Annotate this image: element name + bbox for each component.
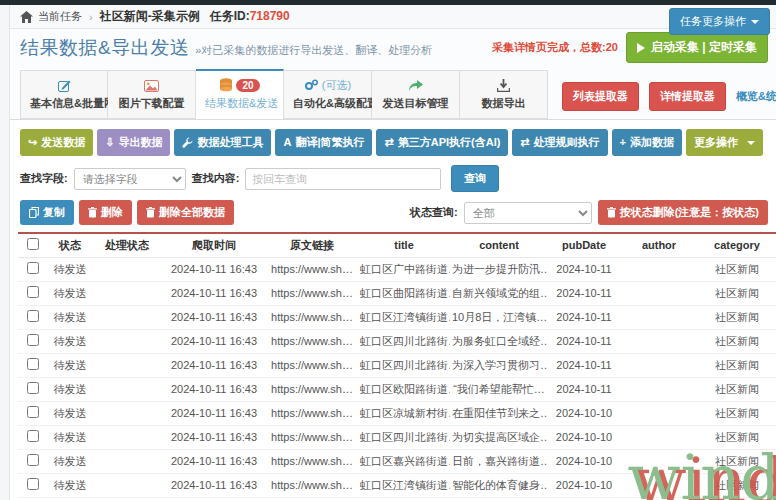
row-checkbox[interactable] bbox=[27, 310, 39, 322]
author-cell bbox=[620, 449, 698, 473]
search-field-select[interactable]: 请选择字段 bbox=[74, 168, 186, 190]
source-link-cell[interactable]: https://www.sh… bbox=[266, 401, 358, 425]
crawl-time-cell: 2024-10-11 16:43 bbox=[162, 473, 266, 497]
translate-button[interactable]: A翻译|简繁执行 bbox=[275, 129, 372, 156]
export-data-button[interactable]: ⇩导出数据 bbox=[97, 129, 170, 156]
toolbar: ↪发送数据 ⇩导出数据 数据处理工具 A翻译|简繁执行 ⇄第三方API执行(含A… bbox=[0, 120, 776, 156]
task-more-operations-button[interactable]: 任务更多操作 bbox=[669, 8, 770, 35]
content-cell: 为服务虹口全域经… bbox=[450, 329, 548, 353]
search-input[interactable] bbox=[245, 168, 441, 190]
list-extractor-button[interactable]: 列表提取器 bbox=[562, 82, 639, 111]
row-checkbox[interactable] bbox=[27, 382, 39, 394]
row-checkbox[interactable] bbox=[27, 262, 39, 274]
table-row[interactable]: 待发送 2024-10-11 16:43 https://www.sh… 虹口区… bbox=[18, 401, 776, 425]
pubdate-cell: 2024-10-10 bbox=[548, 473, 620, 497]
tab-automation-advanced[interactable]: (可选) 自动化&高级配置 bbox=[284, 70, 372, 119]
title-cell: 虹口区江湾镇街道… bbox=[358, 473, 450, 497]
task-name: 社区新闻-采集示例 bbox=[100, 8, 200, 25]
query-button[interactable]: 查询 bbox=[451, 165, 499, 192]
crawl-time-cell: 2024-10-11 16:43 bbox=[162, 425, 266, 449]
table-row[interactable]: 待发送 2024-10-11 16:43 https://www.sh… 虹口区… bbox=[18, 473, 776, 497]
table-row[interactable]: 待发送 2024-10-11 16:43 https://www.sh… 虹口区… bbox=[18, 353, 776, 377]
data-process-tool-button[interactable]: 数据处理工具 bbox=[174, 129, 271, 156]
detail-extractor-button[interactable]: 详情提取器 bbox=[649, 82, 726, 111]
row-checkbox[interactable] bbox=[27, 454, 39, 466]
wrench-icon bbox=[182, 137, 193, 148]
table-row[interactable]: 待发送 2024-10-11 16:43 https://www.sh… 虹口区… bbox=[18, 449, 776, 473]
table-row[interactable]: 待发送 2024-10-11 16:43 https://www.sh… 虹口区… bbox=[18, 425, 776, 449]
column-header: author bbox=[620, 233, 698, 257]
breadcrumb-label: 当前任务 bbox=[38, 9, 82, 24]
row-checkbox[interactable] bbox=[27, 406, 39, 418]
author-cell bbox=[620, 425, 698, 449]
send-data-button[interactable]: ↪发送数据 bbox=[20, 129, 93, 156]
source-link-cell[interactable]: https://www.sh… bbox=[266, 425, 358, 449]
source-link-cell[interactable]: https://www.sh… bbox=[266, 473, 358, 497]
content-panel: ↪发送数据 ⇩导出数据 数据处理工具 A翻译|简繁执行 ⇄第三方API执行(含A… bbox=[0, 120, 776, 500]
page-title: 结果数据&导出发送 bbox=[20, 35, 189, 61]
more-operations-button[interactable]: 更多操作 bbox=[686, 129, 763, 156]
source-link-cell[interactable]: https://www.sh… bbox=[266, 377, 358, 401]
database-icon bbox=[219, 78, 233, 93]
breadcrumb-separator: › bbox=[89, 11, 93, 23]
select-all-header bbox=[18, 233, 48, 257]
crawl-time-cell: 2024-10-11 16:43 bbox=[162, 353, 266, 377]
source-link-cell[interactable]: https://www.sh… bbox=[266, 329, 358, 353]
column-header: 处理状态 bbox=[92, 233, 162, 257]
delete-all-button[interactable]: 删除全部数据 bbox=[137, 200, 234, 225]
row-checkbox[interactable] bbox=[27, 478, 39, 490]
table-row[interactable]: 待发送 2024-10-11 16:43 https://www.sh… 虹口区… bbox=[18, 305, 776, 329]
copy-button[interactable]: 复制 bbox=[20, 200, 74, 225]
process-rule-button[interactable]: ⇄处理规则执行 bbox=[512, 129, 607, 156]
content-cell: 10月8日，江湾镇… bbox=[450, 305, 548, 329]
home-icon[interactable] bbox=[20, 11, 33, 23]
source-link-cell[interactable]: https://www.sh… bbox=[266, 305, 358, 329]
column-header: content bbox=[450, 233, 548, 257]
title-cell: 虹口区广中路街道… bbox=[358, 257, 450, 281]
delete-button[interactable]: 删除 bbox=[79, 200, 132, 225]
source-link-cell[interactable]: https://www.sh… bbox=[266, 449, 358, 473]
source-link-cell[interactable]: https://www.sh… bbox=[266, 257, 358, 281]
overview-stats-link[interactable]: 概览&统计 bbox=[736, 89, 776, 104]
tab-image-download[interactable]: 图片下载配置 bbox=[108, 70, 196, 119]
row-checkbox[interactable] bbox=[27, 430, 39, 442]
pubdate-cell: 2024-10-11 bbox=[548, 305, 620, 329]
content-cell: “我们希望能帮忙… bbox=[450, 377, 548, 401]
source-link-cell[interactable]: https://www.sh… bbox=[266, 353, 358, 377]
status-cell: 待发送 bbox=[48, 257, 92, 281]
trash-icon bbox=[146, 207, 155, 218]
status-cell: 待发送 bbox=[48, 329, 92, 353]
third-party-api-button[interactable]: ⇄第三方API执行(含AI) bbox=[376, 129, 508, 156]
table-row[interactable]: 待发送 2024-10-11 16:43 https://www.sh… 虹口区… bbox=[18, 281, 776, 305]
table-body: 待发送 2024-10-11 16:43 https://www.sh… 虹口区… bbox=[18, 257, 776, 497]
tab-data-export[interactable]: 数据导出 bbox=[460, 70, 548, 119]
send-arrow-icon: ↪ bbox=[28, 137, 37, 148]
process-status-cell bbox=[92, 353, 162, 377]
table-row[interactable]: 待发送 2024-10-11 16:43 https://www.sh… 虹口区… bbox=[18, 257, 776, 281]
tab-send-target[interactable]: 发送目标管理 bbox=[372, 70, 460, 119]
table-header-row: 状态处理状态爬取时间原文链接titlecontentpubDateauthorc… bbox=[18, 233, 776, 257]
author-cell bbox=[620, 257, 698, 281]
status-select[interactable]: 全部 bbox=[464, 202, 592, 224]
select-all-checkbox[interactable] bbox=[27, 238, 39, 250]
crawl-time-cell: 2024-10-11 16:43 bbox=[162, 329, 266, 353]
tab-basic-info[interactable]: 基本信息&批量网址 bbox=[20, 70, 108, 119]
source-link-cell[interactable]: https://www.sh… bbox=[266, 281, 358, 305]
status-cell: 待发送 bbox=[48, 425, 92, 449]
collect-status-text: 采集详情页完成，总数:20 bbox=[492, 40, 618, 55]
trash-icon bbox=[607, 207, 616, 218]
tab-result-data[interactable]: 20 结果数据&发送 bbox=[196, 69, 284, 120]
process-status-cell bbox=[92, 329, 162, 353]
author-cell bbox=[620, 353, 698, 377]
content-cell: 日前，嘉兴路街道… bbox=[450, 449, 548, 473]
pubdate-cell: 2024-10-11 bbox=[548, 281, 620, 305]
table-row[interactable]: 待发送 2024-10-11 16:43 https://www.sh… 虹口区… bbox=[18, 377, 776, 401]
delete-by-status-button[interactable]: 按状态删除(注意是：按状态) bbox=[598, 200, 768, 225]
table-row[interactable]: 待发送 2024-10-11 16:43 https://www.sh… 虹口区… bbox=[18, 329, 776, 353]
row-checkbox[interactable] bbox=[27, 358, 39, 370]
start-collect-button[interactable]: 启动采集 | 定时采集 bbox=[626, 32, 768, 63]
row-checkbox[interactable] bbox=[27, 286, 39, 298]
add-data-button[interactable]: +添加数据 bbox=[612, 129, 682, 156]
status-cell: 待发送 bbox=[48, 449, 92, 473]
row-checkbox[interactable] bbox=[27, 334, 39, 346]
